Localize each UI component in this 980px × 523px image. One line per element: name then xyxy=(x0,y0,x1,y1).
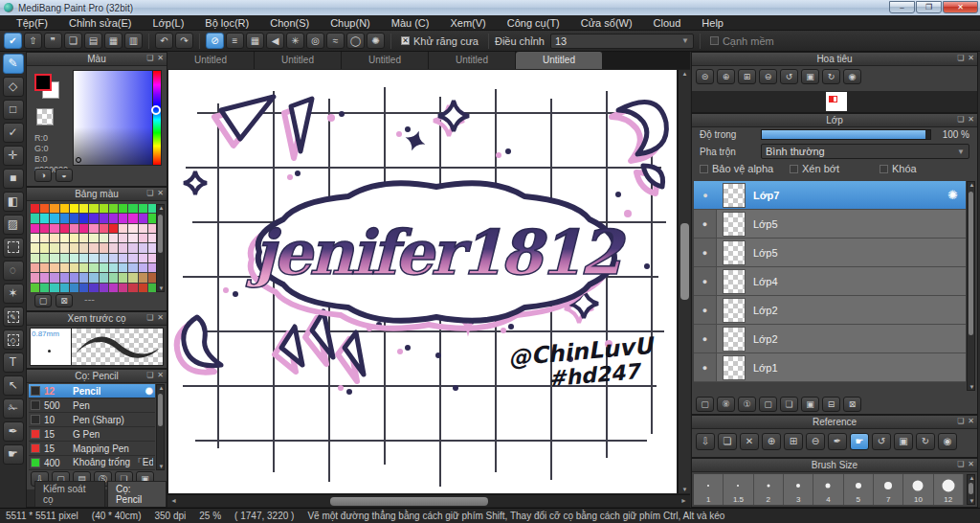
palette-swatch[interactable] xyxy=(31,263,39,272)
brush-scroll-thumb[interactable] xyxy=(158,394,163,426)
palette-swatch[interactable] xyxy=(50,214,58,222)
palette-swatch[interactable] xyxy=(119,204,127,213)
palette-swatch[interactable] xyxy=(109,224,118,233)
close-icon[interactable]: ✕ xyxy=(157,371,164,379)
palette-swatch[interactable] xyxy=(40,224,49,233)
palette-swatch[interactable] xyxy=(89,234,98,242)
palette-swatch[interactable] xyxy=(100,263,108,272)
palette-swatch[interactable] xyxy=(60,273,69,282)
zoom-original-icon[interactable]: ⊜ xyxy=(696,69,714,84)
brush-size-cell[interactable]: 4 xyxy=(813,474,843,505)
canvas-vscroll-thumb[interactable] xyxy=(680,223,689,300)
gear-icon[interactable]: ✺ xyxy=(947,188,958,202)
palette-swatch[interactable] xyxy=(128,263,137,272)
palette-swatch[interactable] xyxy=(79,224,88,233)
ref-hand-icon[interactable]: ☛ xyxy=(850,433,869,450)
menu-muc[interactable]: Màu (C) xyxy=(381,15,440,31)
layer-scrollbar[interactable]: ▲ ▼ xyxy=(967,181,975,391)
canvas-hscrollbar[interactable]: ◄ ► xyxy=(167,494,690,507)
palette-swatch[interactable] xyxy=(109,254,118,262)
palette-swatch[interactable] xyxy=(60,284,69,292)
palette-swatch[interactable] xyxy=(139,273,147,282)
gradient-tool[interactable]: ▨ xyxy=(3,215,24,235)
canvas-hscroll-thumb[interactable] xyxy=(330,497,488,506)
palette-swatch[interactable] xyxy=(70,243,78,252)
palette-swatch[interactable] xyxy=(31,234,39,242)
palette-swatch[interactable] xyxy=(128,224,137,233)
panel-layout-icon[interactable]: ▦ xyxy=(104,33,122,49)
palette-swatch[interactable] xyxy=(31,273,39,282)
soft-edge-checkbox[interactable]: Cạnh mềm xyxy=(710,35,774,47)
palette-swatch[interactable] xyxy=(89,224,98,233)
operation-tool[interactable]: ↖ xyxy=(3,375,24,396)
ref-eyedropper-icon[interactable]: ✒ xyxy=(828,433,847,450)
palette-swatch[interactable] xyxy=(100,214,108,222)
layer-scroll-thumb[interactable] xyxy=(969,192,973,335)
layer-checkbox-bảo[interactable]: Bảo vệ alpha xyxy=(700,163,790,174)
select-rect-tool[interactable] xyxy=(3,238,24,258)
palette-swatch[interactable] xyxy=(79,284,88,292)
adjust-dropdown[interactable]: 13 ▼ xyxy=(550,34,694,49)
zoom-fit-icon[interactable]: ⊞ xyxy=(738,69,756,84)
brush-row[interactable]: 15G Pen xyxy=(29,427,155,442)
palette-swatch[interactable] xyxy=(109,284,118,292)
layer-row[interactable]: ●Lớp7✺ xyxy=(694,181,966,210)
snap-vanishing-icon[interactable]: ◀ xyxy=(266,33,284,49)
palette-swatch[interactable] xyxy=(100,224,108,233)
brush-size-cell[interactable]: 1.5 xyxy=(724,474,753,505)
layer-visibility-icon[interactable]: ● xyxy=(694,181,717,209)
palette-swatch[interactable] xyxy=(109,263,118,272)
palette-swatch[interactable] xyxy=(89,204,98,213)
lasso-tool[interactable]: ◌ xyxy=(3,261,24,281)
brush-size-cell[interactable]: 5 xyxy=(844,474,874,505)
palette-swatch[interactable] xyxy=(139,263,147,272)
palette-swatch[interactable] xyxy=(119,234,127,242)
shape-brush-tool[interactable]: □ xyxy=(3,100,24,120)
palette-swatch[interactable] xyxy=(89,214,98,222)
hue-slider[interactable] xyxy=(152,70,162,166)
snap-concentric-icon[interactable]: ◎ xyxy=(306,33,324,49)
close-icon[interactable]: ✕ xyxy=(968,460,974,468)
palette-swatch[interactable] xyxy=(40,204,49,213)
palette-swatch[interactable] xyxy=(79,234,88,242)
hue-cursor[interactable] xyxy=(151,105,161,115)
brush-row[interactable]: 15Mapping Pen xyxy=(29,442,155,456)
palette-scroll-thumb[interactable] xyxy=(158,215,163,253)
layer-row[interactable]: ●Lớp5 xyxy=(694,239,966,267)
layer-visibility-icon[interactable]: ● xyxy=(694,267,717,295)
palette-swatch[interactable] xyxy=(139,224,147,233)
popout-icon[interactable]: ❏ xyxy=(957,115,964,124)
layer-visibility-icon[interactable]: ● xyxy=(694,325,717,352)
palette-swatch[interactable] xyxy=(40,263,49,272)
palette-swatch[interactable] xyxy=(40,243,49,252)
cloud-import-icon[interactable]: ⇩ xyxy=(696,433,715,450)
palette-swatch[interactable] xyxy=(79,204,88,213)
transparent-color-swatch[interactable] xyxy=(36,108,54,125)
palette-swatch[interactable] xyxy=(128,214,137,222)
palette-swatch[interactable] xyxy=(109,214,118,222)
snap-grid-icon[interactable]: ▦ xyxy=(246,33,264,49)
brush-panel-tab[interactable]: Cọ: Pencil xyxy=(107,481,167,507)
layer-row[interactable]: ●Lớp2 xyxy=(694,296,966,325)
rotate-left-icon[interactable]: ↺ xyxy=(780,69,798,84)
magic-wand-tool[interactable]: ✶ xyxy=(3,284,24,304)
palette-scrollbar[interactable]: ▲ ▼ xyxy=(156,204,165,292)
palette-swatch[interactable] xyxy=(79,214,88,222)
palette-swatch[interactable] xyxy=(89,263,98,272)
palette-swatch[interactable] xyxy=(60,263,69,272)
popout-icon[interactable]: ❏ xyxy=(146,371,153,379)
close-ref-icon[interactable]: ✕ xyxy=(740,433,759,450)
menu-help[interactable]: Help xyxy=(691,15,734,31)
color-wheel-icon[interactable]: ◑ xyxy=(34,169,52,182)
palette-swatch[interactable] xyxy=(40,254,49,262)
ref-zoom-in-icon[interactable]: ⊕ xyxy=(762,433,781,450)
comment-box-icon[interactable]: ❏ xyxy=(64,33,82,49)
popout-icon[interactable]: ❏ xyxy=(957,54,964,62)
saturation-value-picker[interactable] xyxy=(73,70,161,166)
undo-icon[interactable]: ↶ xyxy=(155,33,173,49)
polyline-tool[interactable]: ✓ xyxy=(3,123,24,143)
brush-row[interactable]: 400Khoảng trống 「Edge | xyxy=(29,456,155,470)
palette-swatch[interactable] xyxy=(60,243,69,252)
layer-visibility-icon[interactable]: ● xyxy=(694,353,717,381)
layer-visibility-icon[interactable]: ● xyxy=(694,296,717,324)
